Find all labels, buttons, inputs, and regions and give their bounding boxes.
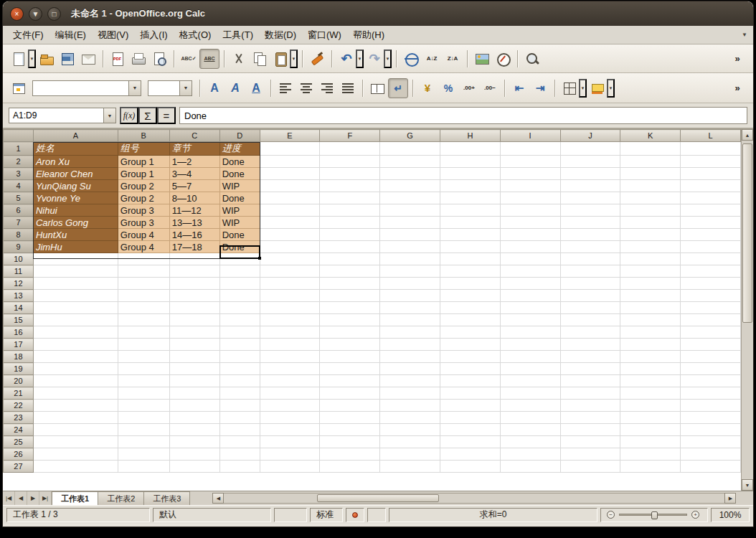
cell-F2[interactable]	[320, 156, 380, 168]
cell-F4[interactable]	[320, 180, 380, 192]
cell-F14[interactable]	[320, 302, 380, 314]
cell-A27[interactable]	[33, 461, 118, 473]
cell-K18[interactable]	[620, 351, 681, 363]
scroll-up-button[interactable]: ▲	[742, 129, 753, 141]
cell-A10[interactable]	[33, 253, 118, 265]
cell-C19[interactable]	[169, 363, 219, 375]
cell-K12[interactable]	[620, 278, 681, 290]
cell-K22[interactable]	[620, 400, 681, 412]
cell-B8[interactable]: Group 4	[118, 229, 169, 241]
cell-F10[interactable]	[320, 253, 380, 265]
format-paintbrush-button[interactable]	[307, 49, 327, 69]
row-header-7[interactable]: 7	[4, 217, 34, 229]
borders-button[interactable]	[559, 78, 580, 98]
cell-L17[interactable]	[681, 339, 741, 351]
vertical-scroll-track[interactable]	[742, 141, 753, 479]
cell-H6[interactable]	[440, 204, 500, 217]
cell-F18[interactable]	[320, 351, 380, 363]
cell-D9[interactable]: Done	[219, 241, 260, 253]
cell-H15[interactable]	[440, 314, 500, 326]
undo-dropdown[interactable]: ▼	[356, 49, 364, 68]
cell-L13[interactable]	[681, 290, 741, 302]
navigator-button[interactable]	[493, 49, 513, 69]
vertical-scrollbar[interactable]: ▲ ▼	[741, 129, 753, 491]
zoom-slider[interactable]	[619, 514, 687, 516]
auto-spellcheck-button[interactable]: ABC	[199, 49, 219, 69]
cell-D5[interactable]: Done	[219, 192, 260, 204]
row-header-10[interactable]: 10	[4, 253, 34, 265]
cell-E15[interactable]	[260, 314, 320, 326]
menubar-overflow-icon[interactable]: ▼	[742, 32, 747, 38]
cell-L16[interactable]	[681, 326, 741, 339]
cell-H25[interactable]	[440, 436, 500, 448]
row-header-18[interactable]: 18	[4, 351, 34, 363]
cell-I6[interactable]	[500, 204, 560, 217]
cell-G16[interactable]	[380, 326, 440, 339]
tab-split-handle[interactable]	[189, 491, 211, 505]
cell-A22[interactable]	[33, 400, 118, 412]
cell-L22[interactable]	[681, 400, 741, 412]
cell-G18[interactable]	[380, 351, 440, 363]
cell-E6[interactable]	[260, 204, 320, 217]
cell-F5[interactable]	[320, 192, 380, 204]
row-header-4[interactable]: 4	[4, 180, 34, 192]
cell-C8[interactable]: 14—16	[169, 229, 219, 241]
justify-button[interactable]	[338, 78, 358, 98]
cell-G9[interactable]	[380, 241, 440, 253]
currency-format-button[interactable]: ¥	[417, 78, 438, 98]
cell-G6[interactable]	[380, 204, 440, 217]
cell-A15[interactable]	[33, 314, 118, 326]
menu-item[interactable]: 窗口(W)	[302, 27, 347, 44]
percent-format-button[interactable]: %	[438, 78, 458, 98]
cell-L18[interactable]	[681, 351, 741, 363]
cell-B22[interactable]	[118, 400, 169, 412]
cell-I21[interactable]	[500, 387, 560, 400]
row-header-26[interactable]: 26	[4, 448, 34, 461]
sheet-tab-inactive[interactable]: 工作表2	[98, 491, 144, 505]
cell-D18[interactable]	[219, 351, 260, 363]
cell-F26[interactable]	[320, 448, 380, 461]
cell-A25[interactable]	[33, 436, 118, 448]
row-header-6[interactable]: 6	[4, 204, 34, 217]
cell-J7[interactable]	[560, 217, 620, 229]
cell-A6[interactable]: Nihui	[33, 204, 118, 217]
cell-B6[interactable]: Group 3	[118, 204, 169, 217]
cell-K26[interactable]	[620, 448, 681, 461]
cell-L14[interactable]	[681, 302, 741, 314]
cell-K9[interactable]	[620, 241, 681, 253]
sheet-tab-inactive[interactable]: 工作表3	[143, 491, 190, 505]
row-header-3[interactable]: 3	[4, 168, 34, 180]
cell-D13[interactable]	[219, 290, 260, 302]
cell-D14[interactable]	[219, 302, 260, 314]
cell-G4[interactable]	[380, 180, 440, 192]
cell-L1[interactable]	[681, 142, 741, 156]
cell-F13[interactable]	[320, 290, 380, 302]
cell-A18[interactable]	[33, 351, 118, 363]
align-center-button[interactable]	[296, 78, 316, 98]
cell-B2[interactable]: Group 1	[118, 156, 169, 168]
undo-button[interactable]: ↶	[336, 49, 356, 69]
cell-I15[interactable]	[500, 314, 560, 326]
scroll-down-button[interactable]: ▼	[742, 479, 753, 491]
cell-E1[interactable]	[260, 142, 320, 156]
cell-D25[interactable]	[219, 436, 260, 448]
cell-A2[interactable]: Aron Xu	[33, 156, 118, 168]
cell-K8[interactable]	[620, 229, 681, 241]
cell-E19[interactable]	[260, 363, 320, 375]
cell-D12[interactable]	[219, 278, 260, 290]
cell-H13[interactable]	[440, 290, 500, 302]
cell-B7[interactable]: Group 3	[118, 217, 169, 229]
cell-L19[interactable]	[681, 363, 741, 375]
cell-K17[interactable]	[620, 339, 681, 351]
cell-B9[interactable]: Group 4	[118, 241, 169, 253]
cell-G5[interactable]	[380, 192, 440, 204]
cell-I11[interactable]	[500, 265, 560, 278]
cell-I4[interactable]	[500, 180, 560, 192]
menu-item[interactable]: 帮助(H)	[347, 27, 390, 44]
cell-K23[interactable]	[620, 412, 681, 424]
cell-K10[interactable]	[620, 253, 681, 265]
cell-J27[interactable]	[560, 461, 620, 473]
cell-D1[interactable]: 进度	[219, 142, 260, 156]
cell-A7[interactable]: Carlos Gong	[33, 217, 118, 229]
cell-H24[interactable]	[440, 424, 500, 436]
